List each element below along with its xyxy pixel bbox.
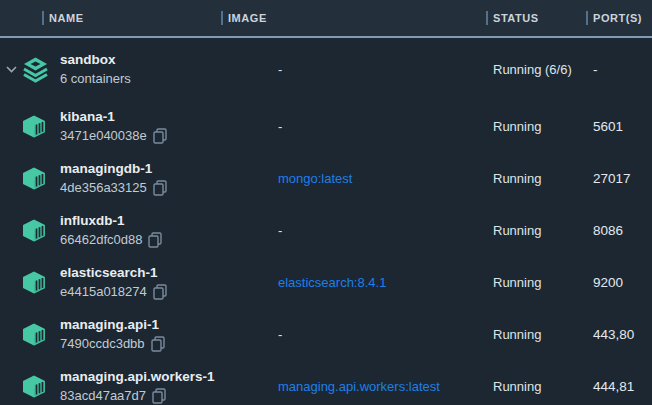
column-separator bbox=[486, 11, 488, 25]
container-image-link[interactable]: mongo:latest bbox=[278, 171, 493, 186]
container-cube-icon bbox=[22, 115, 46, 138]
container-id: 4de356a33125 bbox=[60, 179, 147, 196]
column-separator bbox=[586, 11, 588, 25]
copy-id-button[interactable] bbox=[153, 284, 167, 300]
column-header-ports[interactable]: PORT(S) bbox=[586, 11, 652, 25]
copy-id-button[interactable] bbox=[148, 232, 162, 248]
copy-icon[interactable] bbox=[151, 336, 165, 352]
container-id: 3471e040038e bbox=[60, 127, 147, 144]
group-status: Running (6/6) bbox=[493, 62, 593, 77]
copy-id-button[interactable] bbox=[153, 180, 167, 196]
container-image-link[interactable]: managing.api.workers:latest bbox=[278, 379, 493, 394]
column-header-name[interactable]: NAME bbox=[42, 11, 221, 25]
table-row[interactable]: elasticsearch-1 e4415a018274 elasticsear… bbox=[0, 256, 652, 308]
table-row[interactable]: managingdb-1 4de356a33125 mongo:latest R… bbox=[0, 152, 652, 204]
table-row[interactable]: managing.api-1 7490ccdc3dbb - Running 44… bbox=[0, 308, 652, 360]
container-id: 7490ccdc3dbb bbox=[60, 335, 145, 352]
container-cube-icon bbox=[22, 167, 46, 190]
copy-icon[interactable] bbox=[153, 180, 167, 196]
group-containers-count: 6 containers bbox=[60, 70, 278, 87]
column-header-name-label: NAME bbox=[49, 12, 84, 24]
table-row[interactable]: kibana-1 3471e040038e - Running 5601 bbox=[0, 100, 652, 152]
container-image: - bbox=[278, 223, 493, 238]
container-id: 66462dfc0d88 bbox=[60, 231, 142, 248]
container-ports: 5601 bbox=[593, 119, 652, 134]
container-cube-icon bbox=[22, 375, 46, 398]
group-image: - bbox=[278, 62, 493, 77]
copy-icon[interactable] bbox=[148, 232, 162, 248]
container-status: Running bbox=[493, 379, 593, 394]
container-status: Running bbox=[493, 275, 593, 290]
column-separator bbox=[221, 11, 223, 25]
copy-icon[interactable] bbox=[153, 284, 167, 300]
container-name: elasticsearch-1 bbox=[60, 264, 278, 281]
column-header-image[interactable]: IMAGE bbox=[221, 11, 486, 25]
copy-icon[interactable] bbox=[152, 388, 166, 404]
container-name: managingdb-1 bbox=[60, 160, 278, 177]
column-header-ports-label: PORT(S) bbox=[593, 12, 642, 24]
container-image: - bbox=[278, 327, 493, 342]
container-image: - bbox=[278, 119, 493, 134]
container-name: managing.api-1 bbox=[60, 316, 278, 333]
container-cube-icon bbox=[22, 271, 46, 294]
container-ports: 8086 bbox=[593, 223, 652, 238]
column-header-image-label: IMAGE bbox=[228, 12, 267, 24]
container-ports: 444,81 bbox=[593, 379, 652, 394]
container-ports: 443,80 bbox=[593, 327, 652, 342]
table-row[interactable]: influxdb-1 66462dfc0d88 - Running 8086 bbox=[0, 204, 652, 256]
container-group-row[interactable]: sandbox 6 containers - Running (6/6) - bbox=[0, 38, 652, 100]
container-id: e4415a018274 bbox=[60, 283, 147, 300]
container-cube-icon bbox=[22, 219, 46, 242]
container-status: Running bbox=[493, 223, 593, 238]
container-id: 83acd47aa7d7 bbox=[60, 387, 146, 404]
stack-icon bbox=[22, 56, 49, 83]
containers-table: NAME IMAGE STATUS PORT(S) bbox=[0, 0, 652, 405]
column-separator bbox=[42, 11, 44, 25]
group-ports: - bbox=[593, 62, 652, 77]
container-status: Running bbox=[493, 119, 593, 134]
copy-id-button[interactable] bbox=[152, 388, 166, 404]
copy-id-button[interactable] bbox=[151, 336, 165, 352]
container-image-link[interactable]: elasticsearch:8.4.1 bbox=[278, 275, 493, 290]
container-name: kibana-1 bbox=[60, 108, 278, 125]
column-header-status[interactable]: STATUS bbox=[486, 11, 586, 25]
container-name: influxdb-1 bbox=[60, 212, 278, 229]
container-cube-icon bbox=[22, 323, 46, 346]
container-status: Running bbox=[493, 171, 593, 186]
chevron-down-icon[interactable] bbox=[6, 66, 17, 73]
table-row[interactable]: managing.api.workers-1 83acd47aa7d7 mana… bbox=[0, 360, 652, 405]
container-ports: 27017 bbox=[593, 171, 652, 186]
column-header-status-label: STATUS bbox=[493, 12, 539, 24]
copy-icon[interactable] bbox=[153, 128, 167, 144]
group-name: sandbox bbox=[60, 51, 278, 68]
copy-id-button[interactable] bbox=[153, 128, 167, 144]
container-ports: 9200 bbox=[593, 275, 652, 290]
container-status: Running bbox=[493, 327, 593, 342]
container-name: managing.api.workers-1 bbox=[60, 368, 278, 385]
table-header: NAME IMAGE STATUS PORT(S) bbox=[0, 0, 652, 38]
